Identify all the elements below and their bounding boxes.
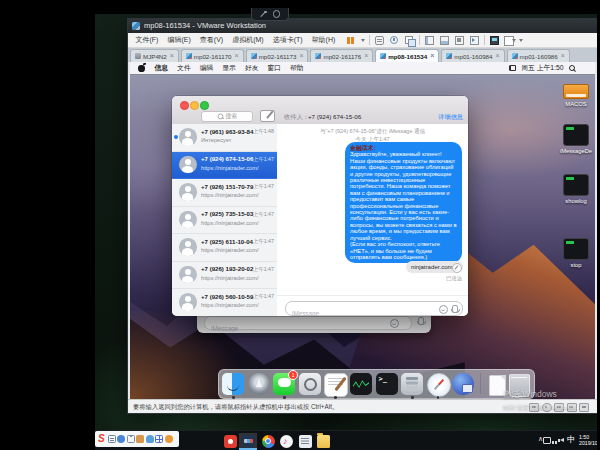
- network-icon[interactable]: [552, 437, 560, 444]
- tab-close-icon[interactable]: ×: [299, 53, 303, 59]
- imessage-field[interactable]: [286, 307, 462, 316]
- menubar-status-icon[interactable]: [509, 65, 516, 71]
- vmware-fullscreen-pill[interactable]: [251, 8, 289, 21]
- spotlight-icon[interactable]: [569, 65, 576, 72]
- vm-tab[interactable]: mp01-160986×: [507, 49, 570, 62]
- apple-icon[interactable]: [138, 65, 145, 72]
- hard-disk-icon[interactable]: [529, 403, 539, 412]
- vm-tab[interactable]: mp02-161170×: [181, 49, 244, 62]
- minimize-button[interactable]: [190, 101, 199, 110]
- vm-tab[interactable]: mp01-160984×: [441, 49, 504, 62]
- fullscreen-icon[interactable]: [454, 35, 465, 46]
- macos-menu-item[interactable]: 信息: [150, 63, 173, 73]
- tab-close-icon[interactable]: ×: [495, 53, 499, 59]
- snapshot-manager-icon[interactable]: [404, 35, 415, 46]
- dock-document-icon[interactable]: [487, 373, 509, 398]
- microphone-icon[interactable]: [418, 317, 424, 325]
- message-input[interactable]: [285, 301, 463, 316]
- desktop-icon-stop[interactable]: stop: [554, 238, 595, 268]
- zoom-button[interactable]: [200, 101, 209, 110]
- vm-tab[interactable]: mp02-161176×: [310, 49, 373, 62]
- macos-menu-item[interactable]: 帮助: [286, 63, 309, 73]
- tab-close-icon[interactable]: ×: [170, 53, 174, 59]
- conversation-row[interactable]: +7 (926) 151-70-79https://ninjatrader.co…: [172, 179, 277, 207]
- sogou-keyboard-icon[interactable]: [108, 435, 116, 443]
- desktop-icon-showlog[interactable]: showlog: [554, 174, 595, 204]
- show-library-icon[interactable]: [424, 35, 435, 46]
- conversation-row[interactable]: +7 (926) 560-10-59https://ninjatrader.co…: [172, 289, 277, 316]
- dock-trash-icon[interactable]: [508, 373, 530, 398]
- vmware-menu-item[interactable]: 帮助(H): [307, 33, 340, 47]
- collapse-icon[interactable]: [273, 10, 281, 18]
- ctrl-alt-del-icon[interactable]: [374, 35, 385, 46]
- emoji-icon[interactable]: [439, 305, 448, 314]
- macos-menu-item[interactable]: 显示: [218, 63, 241, 73]
- dropdown-caret-icon[interactable]: [519, 39, 523, 42]
- vmware-menu-item[interactable]: 查看(V): [195, 33, 227, 47]
- unity-icon[interactable]: [469, 35, 480, 46]
- vmware-menu-item[interactable]: 虚拟机(M): [228, 33, 269, 47]
- touchpad-icon[interactable]: [543, 437, 551, 444]
- macos-menu-item[interactable]: 窗口: [263, 63, 286, 73]
- background-imessage-field[interactable]: [205, 322, 411, 334]
- taskbar-documents-app-button[interactable]: [296, 433, 314, 450]
- sogou-toolbox-icon[interactable]: [146, 435, 154, 443]
- dock-system-preferences-icon[interactable]: [299, 373, 321, 398]
- snapshot-revert-icon[interactable]: [389, 35, 400, 46]
- close-button[interactable]: [180, 101, 189, 110]
- conversation-row[interactable]: +7 (925) 611-10-04https://ninjatrader.co…: [172, 234, 277, 262]
- desktop-icon-imessagede[interactable]: iMessageDe: [554, 124, 595, 154]
- dock-activity-monitor-icon[interactable]: [350, 373, 372, 398]
- sogou-skin-icon[interactable]: [136, 435, 144, 443]
- sogou-icon[interactable]: S: [98, 431, 105, 447]
- dock-textedit-icon[interactable]: [324, 373, 346, 398]
- taskbar-red-dot-app-button[interactable]: [221, 433, 239, 450]
- vm-tab[interactable]: MJP4N2×: [130, 49, 179, 62]
- suspend-icon[interactable]: [346, 35, 357, 46]
- details-button[interactable]: 详细信息: [438, 113, 463, 122]
- sogou-emoji-icon[interactable]: [165, 435, 173, 443]
- vmware-menu-item[interactable]: 文件(F): [131, 33, 163, 47]
- tab-close-icon[interactable]: ×: [430, 53, 434, 59]
- usb-icon[interactable]: [567, 403, 577, 412]
- macos-menu-item[interactable]: 编辑: [195, 63, 218, 73]
- macos-menu-item[interactable]: 好友: [240, 63, 263, 73]
- sogou-clipboard-icon[interactable]: [127, 435, 135, 443]
- vmware-menu-item[interactable]: 编辑(E): [163, 33, 195, 47]
- background-message-input[interactable]: [204, 316, 412, 330]
- ime-indicator[interactable]: 中: [567, 434, 576, 446]
- dock-screen-sharing-icon[interactable]: [452, 373, 474, 398]
- microphone-icon[interactable]: [452, 305, 458, 313]
- search-input[interactable]: 搜索: [201, 111, 253, 123]
- vm-tab[interactable]: mp08-161534×: [375, 49, 439, 62]
- conversation-row[interactable]: +7 (961) 963-93-84Интересует上午1:48: [172, 124, 277, 152]
- taskbar-chrome-button[interactable]: [259, 433, 277, 450]
- sogou-voice-icon[interactable]: [117, 435, 125, 443]
- dock-finder-icon[interactable]: [222, 373, 244, 398]
- messages-titlebar[interactable]: 搜索 收件人： +7 (924) 674-15-06 详细信息: [172, 96, 468, 125]
- cd-rom-icon[interactable]: [542, 403, 552, 412]
- tab-close-icon[interactable]: ×: [364, 53, 368, 59]
- emoji-icon[interactable]: [390, 319, 399, 328]
- tab-close-icon[interactable]: ×: [235, 53, 239, 59]
- conversation-row[interactable]: +7 (926) 193-20-02https://ninjatrader.co…: [172, 262, 277, 290]
- menubar-clock[interactable]: 周五 上午1:50: [521, 63, 563, 73]
- dock-terminal-icon[interactable]: [376, 373, 398, 398]
- conversation-row[interactable]: +7 (925) 735-15-03https://ninjatrader.co…: [172, 207, 277, 235]
- vmware-menu-item[interactable]: 选项卡(T): [268, 33, 307, 47]
- dock-messages-icon[interactable]: 1: [273, 373, 295, 398]
- taskbar-itunes-button[interactable]: [277, 433, 295, 450]
- dock-launchpad-icon[interactable]: [248, 373, 270, 398]
- show-thumbnail-bar-icon[interactable]: [439, 35, 450, 46]
- link-message-bubble[interactable]: ninjatrader.com: [406, 261, 463, 273]
- vmware-titlebar[interactable]: mp08-161534 - VMware Workstation: [128, 19, 597, 33]
- macos-menu-item[interactable]: 文件: [173, 63, 196, 73]
- sogou-grid-icon[interactable]: [155, 435, 163, 443]
- console-view-icon[interactable]: [489, 35, 500, 46]
- device-view-icon[interactable]: [504, 35, 515, 46]
- pin-icon[interactable]: [260, 11, 267, 18]
- taskbar-clock[interactable]: 1:50 2019/10/18: [579, 434, 597, 447]
- sound-icon[interactable]: [579, 403, 589, 412]
- tab-close-icon[interactable]: ×: [561, 53, 565, 59]
- vm-tab[interactable]: mp02-161173×: [246, 49, 309, 62]
